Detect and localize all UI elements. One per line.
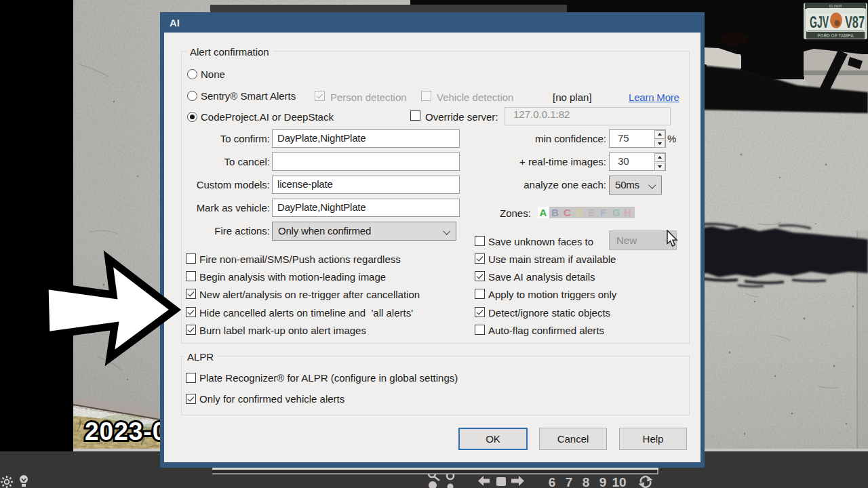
- svg-text:6: 6: [549, 475, 556, 488]
- svg-text:7: 7: [566, 475, 573, 488]
- svg-text:9: 9: [599, 475, 607, 488]
- svg-text:10: 10: [612, 475, 626, 488]
- svg-text:8: 8: [583, 475, 590, 488]
